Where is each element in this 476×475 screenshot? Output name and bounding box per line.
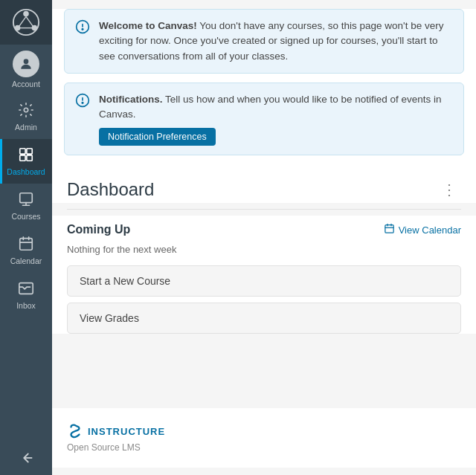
header-divider	[67, 209, 461, 210]
sidebar-back-button[interactable]	[0, 441, 52, 475]
svg-point-8	[24, 108, 28, 112]
calendar-icon	[18, 236, 34, 254]
info-icon-notifications	[75, 93, 90, 112]
notifications-area: Welcome to Canvas! You don't have any co…	[52, 9, 476, 167]
nothing-text: Nothing for the next week	[67, 241, 461, 265]
sidebar-item-courses-label: Courses	[11, 212, 40, 221]
sidebar-item-admin[interactable]: Admin	[0, 94, 52, 139]
footer-tagline: Open Source LMS	[67, 442, 461, 453]
main-content: Welcome to Canvas! You don't have any co…	[52, 0, 476, 475]
svg-line-5	[26, 16, 33, 26]
sidebar-item-inbox-label: Inbox	[16, 301, 36, 310]
footer: INSTRUCTURE Open Source LMS	[52, 408, 476, 468]
calendar-small-icon	[384, 223, 395, 236]
start-new-course-button[interactable]: Start a New Course	[67, 265, 461, 297]
admin-icon	[18, 102, 34, 120]
sidebar: Account Admin Dashboard Courses Calendar…	[0, 0, 52, 475]
sidebar-item-admin-label: Admin	[15, 123, 37, 132]
svg-rect-12	[27, 155, 32, 161]
svg-point-19	[82, 29, 83, 30]
sidebar-item-courses[interactable]: Courses	[0, 184, 52, 228]
svg-rect-11	[20, 155, 25, 161]
svg-point-1	[23, 11, 29, 17]
instructure-company-name: INSTRUCTURE	[88, 426, 165, 437]
coming-up-title: Coming Up	[67, 223, 130, 236]
view-calendar-link[interactable]: View Calendar	[384, 223, 461, 236]
notification-preferences-button[interactable]: Notification Preferences	[99, 128, 216, 146]
svg-rect-13	[20, 193, 33, 203]
view-calendar-label: View Calendar	[399, 224, 461, 236]
sidebar-logo	[0, 0, 52, 45]
svg-point-22	[82, 102, 83, 103]
svg-line-4	[19, 16, 27, 26]
dashboard-menu-button[interactable]: ⋮	[437, 179, 461, 200]
canvas-logo-icon	[12, 8, 40, 36]
svg-rect-10	[27, 149, 32, 154]
instructure-logo: INSTRUCTURE	[67, 423, 461, 439]
dashboard-icon	[18, 146, 34, 165]
sidebar-item-dashboard[interactable]: Dashboard	[0, 139, 52, 184]
sidebar-item-account[interactable]: Account	[0, 45, 52, 94]
welcome-banner: Welcome to Canvas! You don't have any co…	[64, 9, 464, 74]
svg-point-7	[24, 59, 29, 64]
inbox-icon	[18, 280, 34, 299]
view-grades-button[interactable]: View Grades	[67, 303, 461, 334]
dashboard-content: Coming Up View Calendar Nothing for the …	[52, 216, 476, 334]
page-title: Dashboard	[67, 179, 154, 200]
sidebar-item-dashboard-label: Dashboard	[7, 167, 45, 176]
svg-rect-23	[385, 225, 393, 233]
instructure-logo-mark	[67, 423, 83, 439]
account-avatar	[13, 51, 39, 77]
notifications-banner: Notifications. Tell us how and when you …	[64, 83, 464, 156]
dashboard-header: Dashboard ⋮	[52, 167, 476, 203]
svg-rect-9	[20, 149, 25, 154]
courses-icon	[18, 191, 34, 210]
instructure-logo-icon	[67, 423, 83, 439]
notifications-title: Notifications.	[99, 94, 163, 105]
welcome-text: Welcome to Canvas! You don't have any co…	[99, 19, 453, 64]
sidebar-item-account-label: Account	[12, 80, 40, 88]
sidebar-item-calendar[interactable]: Calendar	[0, 228, 52, 273]
svg-rect-14	[20, 239, 33, 251]
welcome-title: Welcome to Canvas!	[99, 20, 197, 31]
coming-up-header: Coming Up View Calendar	[67, 216, 461, 241]
info-icon-welcome	[75, 19, 90, 38]
sidebar-item-calendar-label: Calendar	[10, 256, 42, 265]
sidebar-item-inbox[interactable]: Inbox	[0, 273, 52, 317]
notifications-text: Notifications. Tell us how and when you …	[99, 92, 453, 146]
